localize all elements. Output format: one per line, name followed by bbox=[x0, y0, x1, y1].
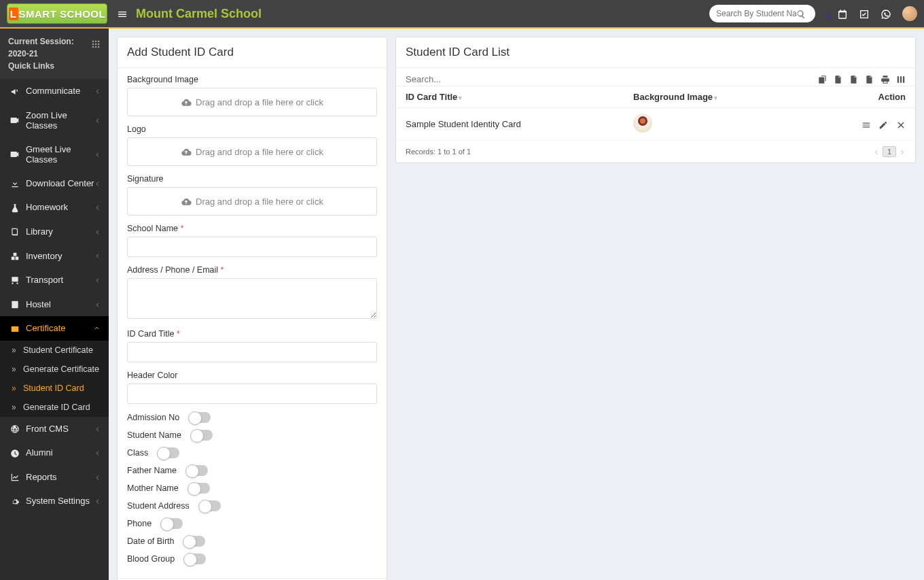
nav-label: Library bbox=[26, 226, 94, 237]
nav-label: Front CMS bbox=[26, 424, 94, 434]
row-delete-button[interactable] bbox=[896, 119, 906, 130]
chevron-icon bbox=[94, 150, 101, 158]
logo-label: Logo bbox=[127, 124, 377, 134]
nav-item-inventory[interactable]: Inventory bbox=[0, 243, 109, 268]
chevron-left-icon bbox=[873, 149, 880, 156]
excel-button[interactable] bbox=[834, 73, 843, 84]
toggle-label: Phone bbox=[127, 519, 152, 528]
nav-item-reports[interactable]: Reports bbox=[0, 465, 109, 490]
calendar-icon bbox=[837, 9, 848, 20]
nav-item-homework[interactable]: Homework bbox=[0, 195, 109, 220]
id-card-list-panel: Student ID Card List ID Card Title▾ Back… bbox=[395, 37, 916, 163]
sub-item-generate-certificate[interactable]: Generate Certificate bbox=[0, 360, 109, 379]
sub-item-generate-id-card[interactable]: Generate ID Card bbox=[0, 398, 109, 417]
nav-item-alumni[interactable]: Alumni bbox=[0, 441, 109, 465]
bg-image-label: Background Image bbox=[127, 75, 377, 84]
nav-item-gmeet-live-classes[interactable]: Gmeet Live Classes bbox=[0, 137, 109, 171]
signature-dropzone[interactable]: Drag and drop a file here or click bbox=[127, 187, 377, 216]
sidebar: Current Session: 2020-21 Quick Links Com… bbox=[0, 29, 109, 580]
copy-button[interactable] bbox=[818, 73, 828, 84]
toggle-switch[interactable] bbox=[199, 500, 221, 511]
menu-icon bbox=[861, 120, 871, 130]
toggle-label: Student Address bbox=[127, 501, 190, 511]
row-edit-button[interactable] bbox=[878, 119, 888, 130]
nav-label: Alumni bbox=[26, 447, 94, 458]
sidebar-toggle[interactable] bbox=[117, 7, 128, 20]
toggle-switch[interactable] bbox=[161, 518, 183, 529]
student-search-input[interactable] bbox=[716, 9, 796, 18]
nav-item-download-center[interactable]: Download Center bbox=[0, 171, 109, 196]
video-icon bbox=[8, 115, 22, 126]
id-icon bbox=[8, 323, 22, 334]
toggle-switch[interactable] bbox=[191, 430, 213, 441]
records-text: Records: 1 to 1 of 1 bbox=[406, 148, 471, 156]
pager-next[interactable] bbox=[899, 147, 906, 156]
toggle-row-father-name: Father Name bbox=[127, 465, 377, 476]
toggle-switch[interactable] bbox=[186, 465, 208, 476]
session-info[interactable]: Current Session: 2020-21 Quick Links bbox=[0, 29, 109, 79]
nav-item-zoom-live-classes[interactable]: Zoom Live Classes bbox=[0, 103, 109, 137]
video-icon bbox=[8, 149, 22, 160]
pager-current[interactable]: 1 bbox=[883, 146, 896, 157]
calendar-button[interactable] bbox=[837, 7, 848, 20]
columns-icon bbox=[896, 75, 906, 84]
toggle-switch[interactable] bbox=[189, 412, 211, 423]
toggle-switch[interactable] bbox=[188, 483, 210, 494]
nav-item-certificate[interactable]: Certificate bbox=[0, 316, 109, 341]
sub-item-student-certificate[interactable]: Student Certificate bbox=[0, 341, 109, 360]
header-color-label: Header Color bbox=[127, 371, 377, 380]
col-bg[interactable]: Background Image▾ bbox=[624, 86, 798, 108]
print-button[interactable] bbox=[881, 73, 890, 84]
nav-label: System Settings bbox=[26, 496, 94, 506]
sub-item-student-id-card[interactable]: Student ID Card bbox=[0, 379, 109, 398]
download-icon bbox=[8, 178, 22, 189]
nav-item-library[interactable]: Library bbox=[0, 220, 109, 244]
chevron-icon bbox=[94, 228, 101, 235]
toggle-label: Date of Birth bbox=[127, 536, 174, 546]
toggle-switch[interactable] bbox=[184, 553, 206, 564]
list-search-input[interactable] bbox=[406, 74, 818, 84]
pdf-button[interactable] bbox=[865, 73, 874, 84]
logo-dropzone[interactable]: Drag and drop a file here or click bbox=[127, 137, 377, 166]
pager-prev[interactable] bbox=[873, 147, 880, 156]
csv-button[interactable] bbox=[849, 73, 859, 84]
add-id-card-panel: Add Student ID Card Background Image Dra… bbox=[117, 37, 387, 580]
student-search[interactable] bbox=[709, 5, 815, 22]
nav-item-hostel[interactable]: Hostel bbox=[0, 292, 109, 316]
chevron-icon bbox=[94, 325, 101, 331]
header-color-input[interactable] bbox=[127, 383, 377, 404]
chevron-icon bbox=[94, 497, 101, 505]
address-input[interactable] bbox=[127, 278, 377, 319]
nav-item-communicate[interactable]: Communicate bbox=[0, 79, 109, 103]
logo[interactable]: LSMART SCHOOL bbox=[7, 3, 107, 24]
col-action: Action bbox=[799, 86, 916, 108]
row-menu-button[interactable] bbox=[861, 119, 871, 130]
columns-button[interactable] bbox=[896, 73, 906, 84]
whatsapp-button[interactable] bbox=[881, 7, 891, 20]
toggle-switch[interactable] bbox=[183, 536, 205, 547]
toggle-row-student-address: Student Address bbox=[127, 500, 377, 511]
chevron-icon bbox=[94, 87, 101, 95]
toggle-row-class: Class bbox=[127, 447, 377, 458]
toggle-switch[interactable] bbox=[158, 447, 179, 458]
toggle-row-date-of-birth: Date of Birth bbox=[127, 536, 377, 547]
chevron-icon bbox=[94, 116, 101, 124]
nav-item-front-cms[interactable]: Front CMS bbox=[0, 417, 109, 441]
col-title[interactable]: ID Card Title▾ bbox=[396, 86, 624, 108]
school-name-input[interactable] bbox=[127, 237, 377, 257]
nav-label: Homework bbox=[26, 202, 94, 212]
user-avatar[interactable] bbox=[902, 6, 917, 21]
list-title: Student ID Card List bbox=[396, 37, 915, 68]
search-icon[interactable] bbox=[796, 8, 806, 19]
grid-icon[interactable] bbox=[91, 37, 101, 51]
tasks-button[interactable] bbox=[859, 7, 870, 20]
nav-item-system-settings[interactable]: System Settings bbox=[0, 489, 109, 513]
bg-image-dropzone[interactable]: Drag and drop a file here or click bbox=[127, 88, 377, 116]
current-session: Current Session: 2020-21 bbox=[8, 35, 91, 60]
toggle-row-phone: Phone bbox=[127, 518, 377, 529]
nav-item-transport[interactable]: Transport bbox=[0, 268, 109, 292]
chevron-icon bbox=[94, 301, 101, 308]
id-title-input[interactable] bbox=[127, 342, 377, 362]
signature-label: Signature bbox=[127, 174, 377, 184]
cloud-upload-icon bbox=[181, 146, 192, 158]
